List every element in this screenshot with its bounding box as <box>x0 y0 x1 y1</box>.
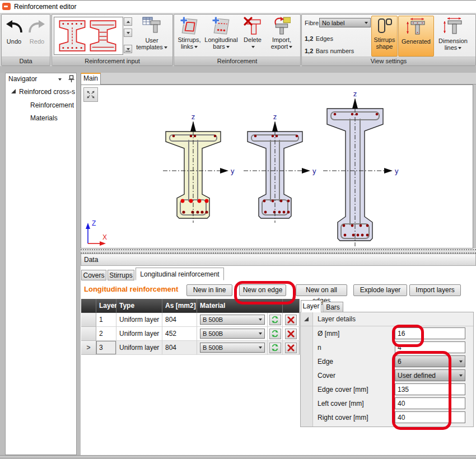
tab-covers[interactable]: Covers <box>81 270 106 280</box>
dimension-lines-label-1: Dimension <box>438 38 468 44</box>
cell-layer[interactable]: 3 <box>96 341 116 355</box>
fibre-select[interactable]: No label <box>319 18 371 27</box>
import-export-button[interactable]: Import, export <box>266 16 297 56</box>
chevron-down-icon <box>226 46 230 48</box>
edge-select[interactable]: 6 <box>395 355 465 367</box>
header-actions <box>283 299 300 313</box>
explode-layer-button[interactable]: Explode layer <box>353 284 407 296</box>
field-edge-cover: Edge cover [mm] <box>301 383 473 397</box>
tab-longitudinal-reinforcement[interactable]: Longitudinal reinforcement <box>136 268 224 280</box>
nav-item-materials[interactable]: Materials <box>30 114 58 122</box>
delete-arrow <box>250 43 255 50</box>
collapse-icon[interactable] <box>304 317 309 322</box>
delete-layer-button[interactable] <box>285 343 297 353</box>
tab-stirrups[interactable]: Stirrups <box>108 270 134 280</box>
navigator-dropdown-icon[interactable] <box>58 78 62 81</box>
table-row[interactable]: 2 Uniform layer 452 B 500B <box>81 327 300 341</box>
material-select[interactable]: B 500B <box>200 343 265 353</box>
refresh-icon <box>271 330 279 338</box>
material-select[interactable]: B 500B <box>200 315 265 325</box>
cell-layer[interactable]: 1 <box>96 313 116 327</box>
stirrups-links-button[interactable]: Stirrups, links <box>175 16 203 56</box>
navigator-header[interactable]: Navigator <box>6 73 76 85</box>
diameter-input[interactable] <box>395 327 465 339</box>
navigator-splitter[interactable] <box>77 73 81 455</box>
horizontal-splitter[interactable] <box>81 249 476 254</box>
table-row-selected[interactable]: > 3 Uniform layer 804 B 500B <box>81 341 300 355</box>
nav-item-reinforcement[interactable]: Reinforcement <box>30 101 74 109</box>
cell-as-mm2[interactable]: 804 <box>162 341 197 355</box>
import-layers-button[interactable]: Import layers <box>409 284 461 296</box>
refresh-material-button[interactable] <box>269 315 281 325</box>
delete-button[interactable]: Delete <box>240 16 265 56</box>
tab-layer[interactable]: Layer <box>301 300 321 312</box>
template-preview[interactable] <box>54 17 123 55</box>
edges-toggle[interactable]: 1,2 Edges <box>305 33 333 43</box>
arrow-end-bar <box>125 51 130 52</box>
row-selector[interactable] <box>81 327 96 341</box>
refresh-material-button[interactable] <box>269 343 281 353</box>
drawing-canvas[interactable]: z y z y <box>81 85 473 249</box>
generated-icon <box>406 17 426 35</box>
delete-label: Delete <box>244 36 262 43</box>
new-in-line-button[interactable]: New in line <box>186 284 232 296</box>
tab-bars[interactable]: Bars <box>323 302 343 312</box>
stirrups-links-label-1: Stirrups, <box>178 36 201 43</box>
delete-x-icon <box>287 330 295 338</box>
template-scroll-up-button[interactable] <box>124 17 132 26</box>
import-export-icon <box>273 17 291 35</box>
fit-view-icon <box>86 90 96 100</box>
redo-button[interactable]: Redo <box>26 17 48 56</box>
delete-layer-button[interactable] <box>285 329 297 339</box>
arrow-up-icon <box>127 21 130 23</box>
delete-icon <box>244 17 262 35</box>
dimension-lines-button[interactable]: Dimension lines <box>435 16 471 55</box>
cell-material: B 500B <box>197 313 268 327</box>
pin-icon[interactable] <box>68 75 74 83</box>
n-input[interactable] <box>395 341 465 353</box>
fibre-select-value: No label <box>322 20 344 26</box>
arrow-end-icon <box>127 48 130 50</box>
undo-button[interactable]: Undo <box>3 17 25 56</box>
cell-refresh <box>268 327 283 341</box>
axis-y-label-1: y <box>231 167 235 175</box>
left-rail <box>0 73 5 455</box>
left-cover-input[interactable] <box>395 397 465 409</box>
left-cover-label: Left cover [mm] <box>318 400 364 408</box>
table-row[interactable]: 1 Uniform layer 804 B 500B <box>81 313 300 327</box>
cell-type[interactable]: Uniform layer <box>116 313 162 327</box>
cell-as-mm2[interactable]: 804 <box>162 313 197 327</box>
cell-delete <box>283 341 300 355</box>
header-selector <box>81 299 96 313</box>
right-cover-input[interactable] <box>395 411 465 423</box>
cell-layer[interactable]: 2 <box>96 327 116 341</box>
refresh-material-button[interactable] <box>269 329 281 339</box>
material-select[interactable]: B 500B <box>200 329 265 339</box>
edge-cover-input[interactable] <box>395 383 465 395</box>
tree-expand-icon[interactable] <box>11 89 16 94</box>
template-scroll-down-button[interactable] <box>124 29 132 37</box>
nav-item-reinforced-cross-section[interactable]: Reinforced cross-se <box>19 88 75 96</box>
template-thumb-2-icon[interactable] <box>90 20 116 51</box>
new-on-all-edges-button[interactable]: New on all edges <box>296 284 347 296</box>
cover-select[interactable]: User defined <box>395 369 465 381</box>
zoom-fit-button[interactable] <box>83 87 98 102</box>
layer-details-section: Layer details Ø [mm] n Edge 6 Cover User… <box>300 312 474 427</box>
row-selector[interactable] <box>81 313 96 327</box>
cell-as-mm2[interactable]: 452 <box>162 327 197 341</box>
tab-main[interactable]: Main <box>81 73 101 85</box>
cell-type[interactable]: Uniform layer <box>116 327 162 341</box>
stirrups-shape-toggle[interactable]: Stirrups shape <box>371 16 398 57</box>
row-selector-active[interactable]: > <box>81 341 96 355</box>
longitudinal-bars-button[interactable]: Longitudinal bars <box>204 16 239 56</box>
cell-type[interactable]: Uniform layer <box>116 341 162 355</box>
user-templates-button[interactable]: User templates <box>133 16 171 56</box>
template-thumb-1-icon[interactable] <box>59 20 86 51</box>
template-scroll-end-button[interactable] <box>124 45 132 53</box>
delete-layer-button[interactable] <box>285 315 297 325</box>
origin-z-label: Z <box>92 219 96 227</box>
layer-details-header[interactable]: Layer details <box>301 312 473 326</box>
generated-toggle[interactable]: Generated <box>398 16 434 57</box>
bars-numbers-toggle[interactable]: 1,2 Bars numbers <box>305 45 354 55</box>
new-on-edge-button[interactable]: New on edge <box>239 284 286 296</box>
